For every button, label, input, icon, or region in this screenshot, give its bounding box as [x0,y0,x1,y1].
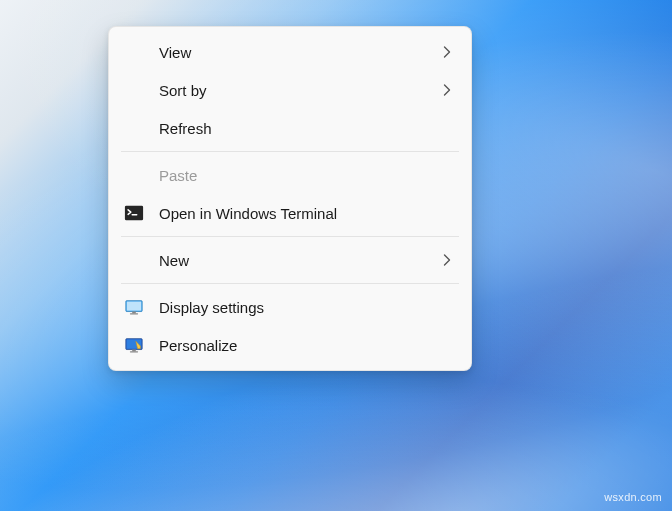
menu-separator [121,236,459,237]
menu-label: Open in Windows Terminal [159,205,455,222]
menu-item-personalize[interactable]: Personalize [109,326,471,364]
svg-rect-5 [130,313,138,314]
menu-item-sort-by[interactable]: Sort by [109,71,471,109]
svg-rect-4 [132,312,136,314]
blank-icon [123,249,145,271]
blank-icon [123,79,145,101]
watermark-text: wsxdn.com [604,491,662,503]
svg-rect-3 [127,302,142,311]
svg-rect-9 [130,351,138,352]
menu-item-refresh[interactable]: Refresh [109,109,471,147]
blank-icon [123,117,145,139]
menu-item-new[interactable]: New [109,241,471,279]
menu-label: Paste [159,167,455,184]
display-icon [123,296,145,318]
menu-label: New [159,252,439,269]
chevron-right-icon [439,44,455,60]
menu-label: Refresh [159,120,455,137]
menu-item-display-settings[interactable]: Display settings [109,288,471,326]
svg-rect-0 [125,206,143,221]
blank-icon [123,41,145,63]
menu-separator [121,151,459,152]
menu-item-paste: Paste [109,156,471,194]
menu-label: Sort by [159,82,439,99]
svg-rect-8 [132,350,136,352]
menu-item-open-terminal[interactable]: Open in Windows Terminal [109,194,471,232]
chevron-right-icon [439,252,455,268]
terminal-icon [123,202,145,224]
chevron-right-icon [439,82,455,98]
menu-label: Display settings [159,299,455,316]
personalize-icon [123,334,145,356]
menu-label: View [159,44,439,61]
desktop-context-menu: View Sort by Refresh Paste Open in Windo… [108,26,472,371]
menu-item-view[interactable]: View [109,33,471,71]
blank-icon [123,164,145,186]
menu-separator [121,283,459,284]
menu-label: Personalize [159,337,455,354]
